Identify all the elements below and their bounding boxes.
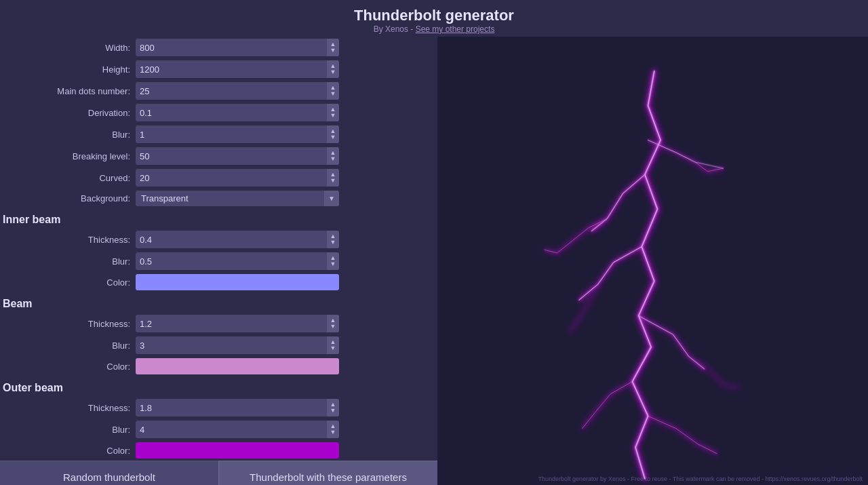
beam-color-label: Color:	[0, 362, 136, 372]
width-spin-btn[interactable]: ▲▼	[327, 39, 339, 56]
width-input-wrap: ▲▼	[136, 39, 432, 56]
inner-beam-thickness-spin-btn[interactable]: ▲▼	[327, 231, 339, 248]
breaking-level-spinbox: ▲▼	[136, 147, 339, 165]
inner-beam-blur-row: Blur: ▲▼	[0, 250, 437, 272]
lightning-preview	[437, 37, 868, 485]
main-dots-row: Main dots number: ▲▼	[0, 80, 437, 102]
beam-thickness-row: Thickness: ▲▼	[0, 313, 437, 334]
inner-beam-color-label: Color:	[0, 277, 136, 288]
beam-blur-input[interactable]	[136, 338, 327, 353]
main-dots-label: Main dots number:	[0, 86, 136, 96]
inner-beam-blur-spin-btn[interactable]: ▲▼	[327, 252, 339, 270]
random-thunderbolt-button[interactable]: Random thunderbolt	[0, 461, 218, 485]
subtitle: By Xenos - See my other projects	[0, 24, 868, 34]
thunderbolt-params-button[interactable]: Thunderbolt with these parameters	[218, 461, 437, 485]
outer-beam-color-label: Color:	[0, 446, 136, 456]
inner-beam-thickness-spinbox: ▲▼	[136, 231, 339, 248]
width-spinbox: ▲▼	[136, 39, 339, 56]
blur-spin-btn[interactable]: ▲▼	[327, 125, 339, 143]
breaking-level-input[interactable]	[136, 149, 327, 164]
background-select[interactable]: Transparent Black White Custom	[136, 191, 339, 206]
width-row: Width: ▲▼	[0, 37, 437, 58]
curved-spin-btn[interactable]: ▲▼	[327, 169, 339, 187]
outer-beam-blur-input[interactable]	[136, 422, 327, 438]
breaking-level-label: Breaking level:	[0, 151, 136, 161]
curved-row: Curved: ▲▼	[0, 167, 437, 189]
outer-beam-thickness-input[interactable]	[136, 400, 327, 416]
height-spin-btn[interactable]: ▲▼	[327, 60, 339, 78]
blur-spinbox: ▲▼	[136, 125, 339, 143]
height-input[interactable]	[136, 62, 327, 77]
beam-thickness-label: Thickness:	[0, 319, 136, 329]
background-row: Background: Transparent Black White Cust…	[0, 189, 437, 208]
beam-blur-row: Blur: ▲▼	[0, 334, 437, 356]
watermark: Thunderbolt generator by Xenos - Free to…	[538, 476, 863, 482]
background-label: Background:	[0, 193, 136, 203]
beam-thickness-spin-btn[interactable]: ▲▼	[327, 315, 339, 332]
derivation-spinbox: ▲▼	[136, 104, 339, 121]
outer-beam-thickness-row: Thickness: ▲▼	[0, 397, 437, 419]
derivation-input[interactable]	[136, 105, 327, 121]
outer-beam-blur-row: Blur: ▲▼	[0, 419, 437, 440]
blur-label: Blur:	[0, 130, 136, 140]
beam-blur-spinbox: ▲▼	[136, 336, 339, 354]
outer-beam-thickness-spin-btn[interactable]: ▲▼	[327, 399, 339, 416]
controls-panel: Width: ▲▼ Height: ▲▼ Main dots number:	[0, 37, 437, 485]
blur-row: Blur: ▲▼	[0, 123, 437, 145]
inner-beam-color-swatch[interactable]	[136, 274, 339, 290]
outer-beam-title: Outer beam	[0, 376, 437, 397]
height-row: Height: ▲▼	[0, 58, 437, 80]
outer-beam-thickness-spinbox: ▲▼	[136, 399, 339, 416]
outer-beam-blur-spinbox: ▲▼	[136, 421, 339, 438]
app-header: Thunderbolt generator By Xenos - See my …	[0, 0, 868, 37]
beam-title: Beam	[0, 292, 437, 313]
preview-panel: Thunderbolt generator by Xenos - Free to…	[437, 37, 868, 485]
main-dots-spin-btn[interactable]: ▲▼	[327, 82, 339, 100]
beam-thickness-input[interactable]	[136, 316, 327, 332]
derivation-spin-btn[interactable]: ▲▼	[327, 104, 339, 121]
main-dots-spinbox: ▲▼	[136, 82, 339, 100]
outer-beam-color-swatch[interactable]	[136, 442, 339, 459]
derivation-row: Derivation: ▲▼	[0, 102, 437, 123]
beam-color-swatch[interactable]	[136, 358, 339, 374]
app-title: Thunderbolt generator	[0, 7, 868, 24]
outer-beam-blur-spin-btn[interactable]: ▲▼	[327, 421, 339, 438]
inner-beam-blur-input[interactable]	[136, 254, 327, 269]
derivation-label: Derivation:	[0, 108, 136, 118]
curved-input[interactable]	[136, 170, 327, 186]
outer-beam-color-row: Color:	[0, 440, 437, 461]
beam-thickness-spinbox: ▲▼	[136, 315, 339, 332]
main-dots-input[interactable]	[136, 83, 327, 99]
height-input-wrap: ▲▼	[136, 60, 432, 78]
outer-beam-blur-label: Blur:	[0, 425, 136, 435]
breaking-level-row: Breaking level: ▲▼	[0, 145, 437, 167]
inner-beam-thickness-label: Thickness:	[0, 235, 136, 245]
height-label: Height:	[0, 64, 136, 75]
blur-input[interactable]	[136, 127, 327, 142]
inner-beam-blur-label: Blur:	[0, 256, 136, 267]
width-label: Width:	[0, 43, 136, 53]
inner-beam-thickness-input[interactable]	[136, 232, 327, 248]
inner-beam-thickness-row: Thickness: ▲▼	[0, 229, 437, 250]
curved-label: Curved:	[0, 173, 136, 183]
breaking-level-spin-btn[interactable]: ▲▼	[327, 147, 339, 165]
footer-buttons: Random thunderbolt Thunderbolt with thes…	[0, 461, 437, 485]
beam-color-row: Color:	[0, 356, 437, 376]
beam-blur-spin-btn[interactable]: ▲▼	[327, 336, 339, 354]
height-spinbox: ▲▼	[136, 60, 339, 78]
background-select-wrap: Transparent Black White Custom ▼	[136, 191, 339, 206]
main-layout: Width: ▲▼ Height: ▲▼ Main dots number:	[0, 37, 868, 485]
width-input[interactable]	[136, 40, 327, 56]
projects-link[interactable]: See my other projects	[416, 24, 495, 34]
inner-beam-title: Inner beam	[0, 208, 437, 229]
curved-spinbox: ▲▼	[136, 169, 339, 187]
outer-beam-thickness-label: Thickness:	[0, 403, 136, 413]
inner-beam-blur-spinbox: ▲▼	[136, 252, 339, 270]
beam-blur-label: Blur:	[0, 341, 136, 351]
inner-beam-color-row: Color:	[0, 272, 437, 292]
